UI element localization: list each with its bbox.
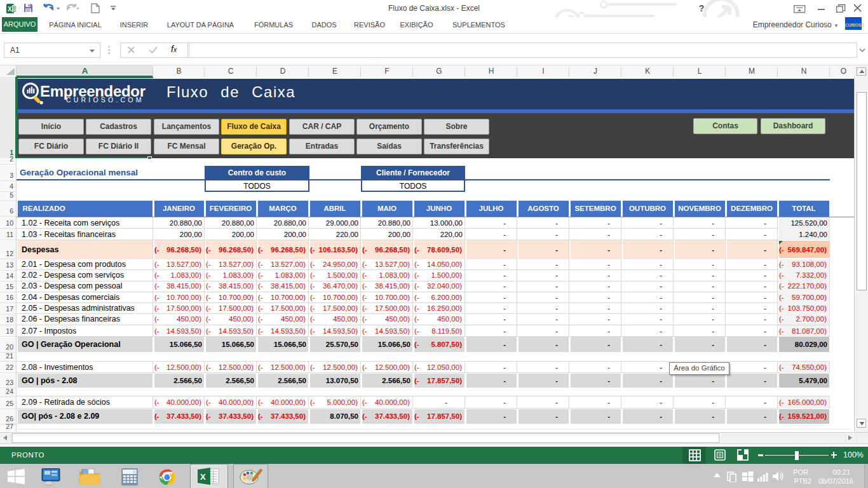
svg-text:X: X — [200, 472, 206, 482]
